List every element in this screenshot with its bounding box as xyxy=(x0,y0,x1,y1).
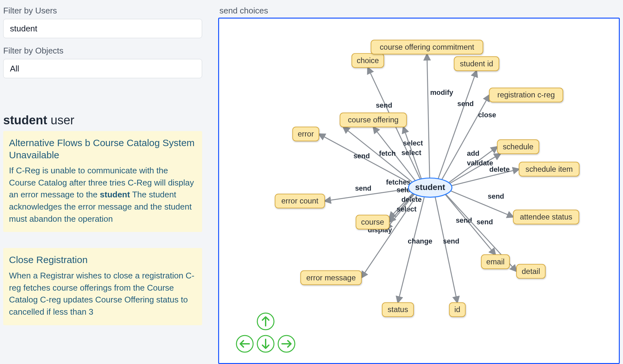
graph-node[interactable]: email xyxy=(481,255,509,269)
usecase-card-body: When a Registrar wishes to close a regis… xyxy=(9,270,196,318)
sidebar: Filter by Users student Filter by Object… xyxy=(0,0,205,364)
graph-node[interactable]: course offering xyxy=(340,113,406,127)
svg-text:fetch: fetch xyxy=(379,149,396,157)
svg-text:fetches: fetches xyxy=(386,178,411,186)
svg-text:send: send xyxy=(457,100,474,108)
graph-node[interactable]: attendee status xyxy=(513,210,579,224)
graph-node[interactable]: status xyxy=(382,302,414,317)
filter-objects-label: Filter by Objects xyxy=(3,46,202,56)
svg-text:send: send xyxy=(376,101,392,109)
graph-node[interactable]: course offering commitment xyxy=(371,40,483,54)
svg-text:choice: choice xyxy=(357,56,379,65)
graph-node[interactable]: error message xyxy=(301,271,361,285)
svg-line-38 xyxy=(435,197,457,303)
graph-node[interactable]: registration c-reg xyxy=(489,88,563,102)
nav-left-button[interactable] xyxy=(236,335,253,352)
usecase-card[interactable]: Alternative Flows b Course Catalog Syste… xyxy=(3,131,202,232)
entity-role: user xyxy=(51,113,74,127)
graph-node[interactable]: id xyxy=(449,302,465,317)
svg-text:error count: error count xyxy=(281,196,319,205)
svg-text:modify: modify xyxy=(430,88,454,96)
graph-panel[interactable]: sendmodifysendcloseselectselectfetchsend… xyxy=(218,18,620,364)
svg-text:select: select xyxy=(403,139,423,147)
svg-text:student id: student id xyxy=(460,59,493,68)
svg-text:add: add xyxy=(467,149,480,157)
svg-text:email: email xyxy=(486,257,505,266)
usecase-card[interactable]: Close Registration When a Registrar wish… xyxy=(3,248,202,325)
svg-line-2 xyxy=(427,54,430,178)
graph-node[interactable]: choice xyxy=(352,54,384,68)
svg-text:delete: delete xyxy=(489,165,509,173)
svg-text:attendee status: attendee status xyxy=(520,212,572,221)
svg-text:send: send xyxy=(476,218,493,226)
graph-node[interactable]: schedule xyxy=(497,140,539,154)
graph-edge: send xyxy=(325,185,409,201)
graph-node[interactable]: error xyxy=(293,127,319,141)
usecase-card-body: If C-Reg is unable to communicate with t… xyxy=(9,165,196,225)
svg-text:delete: delete xyxy=(401,195,422,203)
svg-text:id: id xyxy=(454,305,460,314)
svg-text:error: error xyxy=(298,129,314,138)
svg-text:select: select xyxy=(397,205,417,213)
graph-edge: send xyxy=(319,134,411,183)
filter-objects-select[interactable]: All xyxy=(3,59,202,78)
graph-edge: display xyxy=(362,195,417,277)
main: send choices sendmodifysendcloseselectse… xyxy=(205,0,623,364)
svg-text:error message: error message xyxy=(306,273,356,282)
graph-nav-controls xyxy=(232,312,299,357)
graph-edge: send xyxy=(451,191,513,217)
filter-users-value: student xyxy=(10,24,37,34)
graph-title: send choices xyxy=(219,6,620,16)
graph-node[interactable]: schedule item xyxy=(519,162,579,176)
graph-edge: send xyxy=(435,197,459,303)
filter-users-select[interactable]: student xyxy=(3,19,202,38)
graph-node[interactable]: course xyxy=(356,215,389,229)
graph-node[interactable]: detail xyxy=(516,264,545,278)
entity-name: student xyxy=(3,113,47,127)
svg-text:course offering: course offering xyxy=(348,115,399,124)
nav-up-button[interactable] xyxy=(257,313,274,330)
svg-text:send: send xyxy=(354,152,370,160)
svg-text:course offering commitment: course offering commitment xyxy=(380,43,474,51)
svg-text:close: close xyxy=(478,111,496,119)
svg-text:send: send xyxy=(355,185,371,193)
svg-text:send: send xyxy=(488,192,504,200)
graph-edge: select xyxy=(401,127,422,179)
nav-right-button[interactable] xyxy=(278,335,295,352)
graph-node[interactable]: student id xyxy=(454,57,499,71)
entity-heading: student user xyxy=(3,113,202,127)
svg-line-34 xyxy=(362,195,417,277)
filter-users-label: Filter by Users xyxy=(3,6,202,16)
svg-text:schedule: schedule xyxy=(503,142,533,151)
svg-text:schedule item: schedule item xyxy=(525,165,573,173)
svg-text:send: send xyxy=(443,237,459,245)
graph-node[interactable]: error count xyxy=(275,194,325,208)
graph-edge: modify xyxy=(427,54,454,178)
svg-text:course: course xyxy=(361,218,384,226)
usecase-card-title: Alternative Flows b Course Catalog Syste… xyxy=(9,137,196,161)
graph-edge: delete xyxy=(451,165,519,186)
svg-text:change: change xyxy=(408,237,432,245)
filter-objects-value: All xyxy=(10,64,19,74)
svg-text:registration c-reg: registration c-reg xyxy=(497,90,555,99)
graph-svg[interactable]: sendmodifysendcloseselectselectfetchsend… xyxy=(219,19,619,363)
svg-text:status: status xyxy=(388,305,408,314)
svg-text:student: student xyxy=(415,183,445,192)
svg-text:select: select xyxy=(401,149,422,157)
nav-down-button[interactable] xyxy=(257,335,274,352)
svg-text:detail: detail xyxy=(522,267,540,276)
graph-center-node[interactable]: student xyxy=(408,178,452,197)
usecase-card-title: Close Registration xyxy=(9,254,196,266)
